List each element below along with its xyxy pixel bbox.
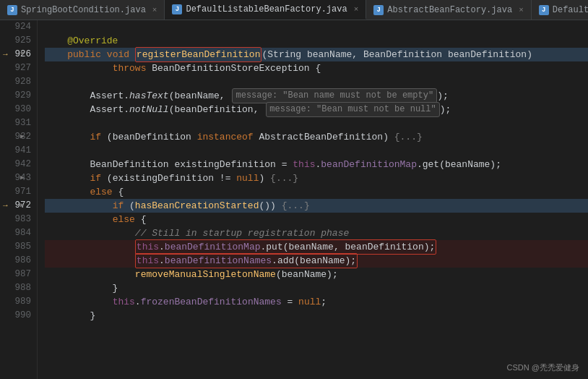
code-line-927: throws BeanDefinitionStoreException {: [45, 61, 588, 75]
close-icon[interactable]: ×: [519, 6, 524, 14]
editor-container: 924 925 → 926 ▼ 927 928 929 930 931 932 …: [0, 20, 588, 379]
code-line-990: }: [45, 309, 588, 323]
line-num-984: 984: [0, 226, 37, 240]
line-num-989: 989: [0, 295, 37, 309]
tab-defaultlistablebean[interactable]: J DefaultListableBeanFactory.java ×: [165, 0, 366, 20]
tab-label: DefaultSingletonRegistry.java: [553, 5, 588, 15]
tab-springbootcondition[interactable]: J SpringBootCondition.java ×: [0, 0, 165, 20]
tabs-bar: J SpringBootCondition.java × J DefaultLi…: [0, 0, 588, 20]
tab-icon: J: [373, 5, 384, 15]
close-icon[interactable]: ×: [152, 6, 157, 14]
line-num-927: 927: [0, 61, 37, 75]
code-line-924: [45, 20, 588, 34]
watermark: CSDN @禿禿爱健身: [507, 362, 579, 373]
tab-icon: J: [539, 5, 549, 15]
code-line-972: if (hasBeanCreationStarted()) {...}: [45, 199, 588, 213]
code-line-988: }: [45, 281, 588, 295]
line-num-990: 990: [0, 309, 37, 323]
line-num-929: 929: [0, 89, 37, 103]
code-line-983: else {: [45, 213, 588, 226]
line-num-941: 941: [0, 144, 37, 158]
line-num-928: 928: [0, 75, 37, 89]
code-line-986: this.beanDefinitionNames.add(beanName);: [45, 254, 588, 268]
code-line-989: this.frozenBeanDefinitionNames = null;: [45, 295, 588, 309]
tab-label: SpringBootCondition.java: [21, 5, 146, 15]
code-line-985: this.beanDefinitionMap.put(beanName, bea…: [45, 240, 588, 254]
line-num-987: 987: [0, 268, 37, 281]
line-num-931: 931: [0, 116, 37, 130]
highlighted-method: registerBeanDefinition: [135, 47, 262, 62]
tab-defaultsingletonregistry[interactable]: J DefaultSingletonRegistry.java ×: [532, 0, 588, 20]
line-num-972: → 972 ▶: [0, 199, 37, 213]
line-num-925: 925: [0, 34, 37, 48]
code-line-984: // Still in startup registration phase: [45, 226, 588, 240]
tab-label: AbstractBeanFactory.java: [387, 5, 512, 15]
code-line-930: Assert.notNull(beanDefinition, message: …: [45, 103, 588, 116]
tab-icon: J: [7, 5, 17, 15]
line-num-930: 930: [0, 103, 37, 116]
line-num-926: → 926 ▼: [0, 48, 37, 61]
code-line-942: BeanDefinition existingDefinition = this…: [45, 158, 588, 171]
tab-abstractbeanfactory[interactable]: J AbstractBeanFactory.java ×: [366, 0, 531, 20]
code-line-932: if (beanDefinition instanceof AbstractBe…: [45, 130, 588, 144]
line-num-988: 988: [0, 281, 37, 295]
line-numbers: 924 925 → 926 ▼ 927 928 929 930 931 932 …: [0, 20, 38, 379]
code-line-987: removeManualSingletonName(beanName);: [45, 268, 588, 281]
tab-icon: J: [172, 4, 182, 14]
code-line-929: Assert.hasText(beanName, message: "Bean …: [45, 89, 588, 103]
line-num-985: 985: [0, 240, 37, 254]
code-line-931: [45, 116, 588, 130]
line-num-942: 942: [0, 158, 37, 171]
line-num-983: 983: [0, 213, 37, 226]
line-num-932: 932 ▶: [0, 130, 37, 144]
code-line-926: public void registerBeanDefinition(Strin…: [45, 48, 588, 61]
tab-label: DefaultListableBeanFactory.java: [186, 4, 347, 14]
code-area[interactable]: @Override public void registerBeanDefini…: [38, 20, 588, 379]
code-line-941: [45, 144, 588, 158]
line-num-943: 943 ▶: [0, 171, 37, 185]
line-num-924: 924: [0, 20, 37, 34]
code-line-928: [45, 75, 588, 89]
code-line-943: if (existingDefinition != null) {...}: [45, 171, 588, 185]
line-num-986: 986: [0, 254, 37, 268]
close-icon[interactable]: ×: [354, 5, 359, 14]
line-num-971: 971: [0, 185, 37, 199]
code-line-925: @Override: [45, 34, 588, 48]
code-line-971: else {: [45, 185, 588, 199]
